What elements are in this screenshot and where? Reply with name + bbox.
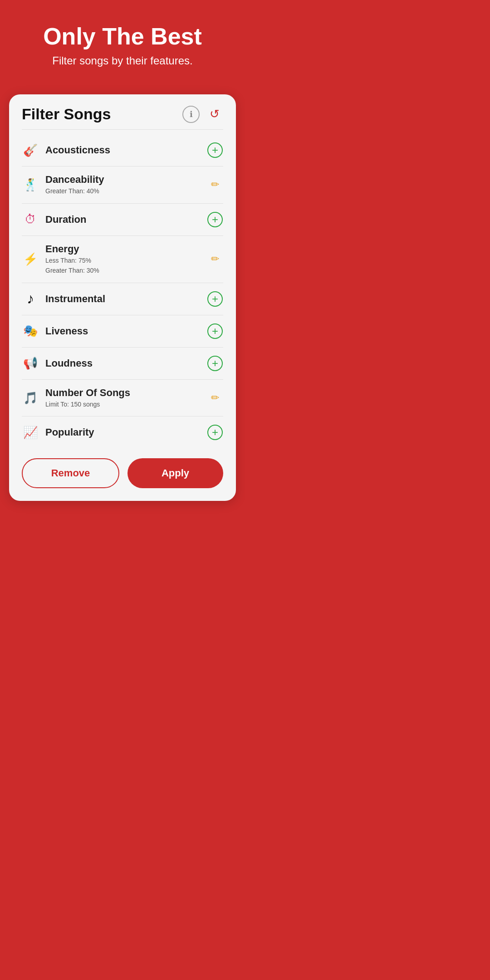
remove-button[interactable]: Remove xyxy=(22,458,119,488)
duration-add-button[interactable]: + xyxy=(207,211,223,228)
filter-row-popularity: 📈Popularity+ xyxy=(22,416,223,448)
numberofsongs-edit-button[interactable]: ✏ xyxy=(207,390,223,406)
instrumental-name: Instrumental xyxy=(45,293,201,305)
acousticness-info: Acousticness xyxy=(45,144,201,156)
numberofsongs-icon: 🎵 xyxy=(22,389,39,407)
page-subtitle: Filter songs by their features. xyxy=(43,54,202,67)
instrumental-add-icon[interactable]: + xyxy=(207,291,223,307)
energy-detail: Less Than: 75% xyxy=(45,256,201,265)
acousticness-add-icon[interactable]: + xyxy=(207,142,223,158)
card-header: Filter Songs ℹ ↺ xyxy=(22,105,223,130)
energy-info: EnergyLess Than: 75%Greater Than: 30% xyxy=(45,243,201,275)
filter-row-energy: ⚡EnergyLess Than: 75%Greater Than: 30%✏ xyxy=(22,236,223,283)
duration-info: Duration xyxy=(45,214,201,225)
card-footer: Remove Apply xyxy=(22,458,223,488)
header: Only The Best Filter songs by their feat… xyxy=(43,23,202,94)
page-title: Only The Best xyxy=(43,23,202,50)
liveness-add-button[interactable]: + xyxy=(207,323,223,339)
instrumental-icon: ♪ xyxy=(22,290,39,308)
energy-edit-icon[interactable]: ✏ xyxy=(211,253,219,265)
card-header-icons: ℹ ↺ xyxy=(182,106,223,123)
numberofsongs-edit-icon[interactable]: ✏ xyxy=(211,392,219,404)
filter-row-loudness: 📢Loudness+ xyxy=(22,348,223,380)
filter-row-duration: ⏱Duration+ xyxy=(22,204,223,236)
liveness-add-icon[interactable]: + xyxy=(207,323,223,339)
instrumental-info: Instrumental xyxy=(45,293,201,305)
danceability-info: DanceabilityGreater Than: 40% xyxy=(45,174,201,196)
danceability-name: Danceability xyxy=(45,174,201,186)
filter-card: Filter Songs ℹ ↺ 🎸Acousticness+🕺Danceabi… xyxy=(9,94,236,501)
refresh-icon[interactable]: ↺ xyxy=(206,106,223,123)
duration-name: Duration xyxy=(45,214,201,225)
duration-icon: ⏱ xyxy=(22,211,39,228)
energy-detail: Greater Than: 30% xyxy=(45,266,201,275)
filter-row-danceability: 🕺DanceabilityGreater Than: 40%✏ xyxy=(22,167,223,204)
filter-row-liveness: 🎭Liveness+ xyxy=(22,315,223,348)
energy-icon: ⚡ xyxy=(22,250,39,268)
liveness-icon: 🎭 xyxy=(22,323,39,340)
filter-row-numberofsongs: 🎵Number Of SongsLimit To: 150 songs✏ xyxy=(22,380,223,417)
acousticness-name: Acousticness xyxy=(45,144,201,156)
liveness-info: Liveness xyxy=(45,325,201,337)
filter-list: 🎸Acousticness+🕺DanceabilityGreater Than:… xyxy=(22,134,223,448)
liveness-name: Liveness xyxy=(45,325,201,337)
energy-name: Energy xyxy=(45,243,201,255)
instrumental-add-button[interactable]: + xyxy=(207,291,223,307)
numberofsongs-name: Number Of Songs xyxy=(45,387,201,399)
loudness-info: Loudness xyxy=(45,358,201,369)
popularity-name: Popularity xyxy=(45,426,201,438)
acousticness-icon: 🎸 xyxy=(22,142,39,159)
danceability-edit-button[interactable]: ✏ xyxy=(207,176,223,193)
filter-row-acousticness: 🎸Acousticness+ xyxy=(22,134,223,167)
numberofsongs-detail: Limit To: 150 songs xyxy=(45,400,201,409)
energy-edit-button[interactable]: ✏ xyxy=(207,251,223,267)
loudness-icon: 📢 xyxy=(22,355,39,372)
duration-add-icon[interactable]: + xyxy=(207,212,223,227)
acousticness-add-button[interactable]: + xyxy=(207,142,223,158)
card-title: Filter Songs xyxy=(22,105,111,123)
popularity-add-icon[interactable]: + xyxy=(207,425,223,440)
danceability-detail: Greater Than: 40% xyxy=(45,187,201,196)
loudness-name: Loudness xyxy=(45,358,201,369)
danceability-edit-icon[interactable]: ✏ xyxy=(211,179,219,191)
numberofsongs-info: Number Of SongsLimit To: 150 songs xyxy=(45,387,201,409)
loudness-add-icon[interactable]: + xyxy=(207,356,223,371)
popularity-info: Popularity xyxy=(45,426,201,438)
info-icon[interactable]: ℹ xyxy=(182,106,200,123)
danceability-icon: 🕺 xyxy=(22,176,39,193)
filter-row-instrumental: ♪Instrumental+ xyxy=(22,283,223,315)
loudness-add-button[interactable]: + xyxy=(207,355,223,372)
apply-button[interactable]: Apply xyxy=(127,458,223,488)
popularity-add-button[interactable]: + xyxy=(207,424,223,441)
popularity-icon: 📈 xyxy=(22,424,39,441)
